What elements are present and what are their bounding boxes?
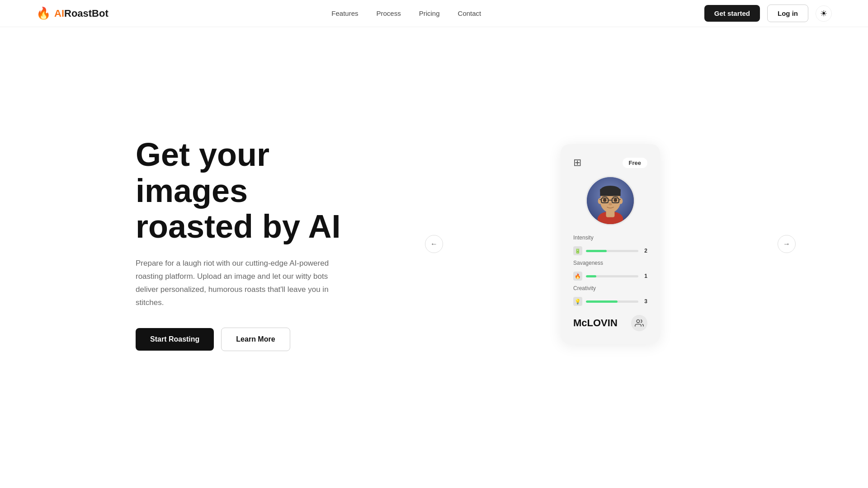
svg-point-15 <box>609 203 612 206</box>
card-footer: McLOVIN <box>573 315 647 331</box>
login-button[interactable]: Log in <box>767 5 808 22</box>
svg-point-13 <box>603 198 607 202</box>
intensity-icon: 🔋 <box>573 246 582 255</box>
card-area: ← ⊞ Free <box>389 126 832 362</box>
creativity-bar-container <box>586 300 638 303</box>
next-arrow-button[interactable]: → <box>778 235 796 253</box>
savageness-bar-container <box>586 275 638 277</box>
creativity-icon: 💡 <box>573 297 582 306</box>
start-roasting-button[interactable]: Start Roasting <box>136 328 214 351</box>
savageness-bar <box>586 275 596 277</box>
card-stats: Intensity 🔋 2 Savageness 🔥 1 <box>573 235 647 306</box>
card-badge: Free <box>623 158 647 168</box>
navbar: 🔥 AIRoastBot Features Process Pricing Co… <box>0 0 868 27</box>
stat-label-savageness: Savageness <box>573 260 647 266</box>
learn-more-button[interactable]: Learn More <box>221 328 290 351</box>
grid-icon: ⊞ <box>573 157 581 169</box>
svg-point-14 <box>614 198 618 202</box>
theme-toggle-button[interactable]: ☀ <box>816 5 832 22</box>
svg-rect-7 <box>600 189 620 196</box>
stat-label-intensity: Intensity <box>573 235 647 241</box>
card-person-name: McLOVIN <box>573 317 618 329</box>
creativity-bar <box>586 300 618 303</box>
hero-buttons: Start Roasting Learn More <box>136 328 389 351</box>
savageness-value: 1 <box>642 273 647 279</box>
savageness-icon: 🔥 <box>573 272 582 281</box>
nav-links: Features Process Pricing Contact <box>331 9 481 17</box>
creativity-value: 3 <box>642 298 647 305</box>
prev-arrow-button[interactable]: ← <box>425 235 443 253</box>
logo[interactable]: 🔥 AIRoastBot <box>36 6 108 20</box>
stat-label-creativity: Creativity <box>573 285 647 291</box>
get-started-button[interactable]: Get started <box>704 5 760 22</box>
hero-text: Get your images roasted by AI Prepare fo… <box>136 137 389 351</box>
intensity-bar <box>586 250 607 252</box>
stat-row-creativity: 💡 3 <box>573 297 647 306</box>
person-icon <box>631 315 647 331</box>
hero-section: Get your images roasted by AI Prepare fo… <box>0 27 868 461</box>
roast-card: ⊞ Free <box>561 144 660 344</box>
avatar <box>585 176 635 225</box>
nav-actions: Get started Log in ☀ <box>704 5 832 22</box>
hero-title: Get your images roasted by AI <box>136 137 389 244</box>
stat-row-savageness: 🔥 1 <box>573 272 647 281</box>
intensity-bar-container <box>586 250 638 252</box>
logo-text: AIRoastBot <box>54 8 108 19</box>
svg-point-16 <box>637 320 640 323</box>
nav-pricing[interactable]: Pricing <box>419 9 440 17</box>
intensity-value: 2 <box>642 248 647 254</box>
nav-features[interactable]: Features <box>331 9 358 17</box>
hero-subtitle: Prepare for a laugh riot with our cuttin… <box>136 257 353 310</box>
card-header: ⊞ Free <box>573 157 647 169</box>
flame-icon: 🔥 <box>36 6 51 20</box>
stat-row-intensity: 🔋 2 <box>573 246 647 255</box>
nav-process[interactable]: Process <box>377 9 401 17</box>
nav-contact[interactable]: Contact <box>458 9 481 17</box>
avatar-container <box>573 176 647 225</box>
